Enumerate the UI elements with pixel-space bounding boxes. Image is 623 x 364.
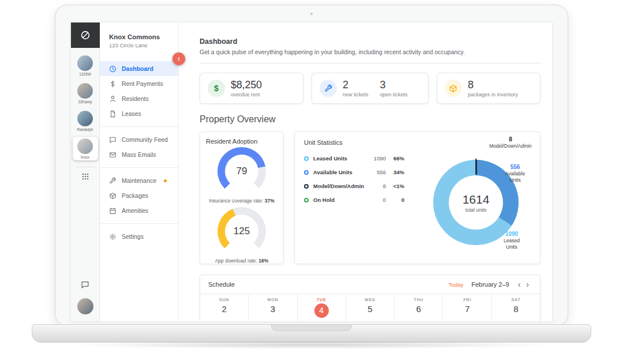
sidebar-item-rent-payments[interactable]: Rent Payments xyxy=(100,76,178,91)
schedule-day-tue-selected[interactable]: TUE 4 xyxy=(297,294,346,321)
sidebar-item-label: Packages xyxy=(122,192,148,199)
sidebar-item-label: Settings xyxy=(122,233,144,240)
chevron-left-icon: ‹ xyxy=(178,54,181,63)
app-download-gauge: 125 xyxy=(217,207,266,256)
calendar-icon xyxy=(109,207,117,215)
workspace-item-22karey[interactable]: 22Karey xyxy=(73,81,98,105)
legend-ring-icon xyxy=(304,156,309,161)
workspace-item-randolph[interactable]: Randolph xyxy=(73,109,98,133)
nav-divider xyxy=(100,126,178,127)
sidebar-item-maintenance[interactable]: Maintenance xyxy=(100,173,178,188)
page-subtitle: Get a quick pulse of everything happenin… xyxy=(200,48,541,55)
stat-entry: 2 new tickets xyxy=(343,79,369,97)
main-content: Dashboard Get a quick pulse of everythin… xyxy=(179,22,552,321)
schedule-day-wed[interactable]: WED 5 xyxy=(346,294,394,321)
callout-available-units: 556 AvailableUnits xyxy=(497,163,534,183)
legend-ring-icon xyxy=(304,170,309,175)
card-title: Resident Adoption xyxy=(206,138,277,145)
stat-card-overdue-rent[interactable]: $ $8,250 overdue rent xyxy=(200,73,303,104)
nav-divider xyxy=(100,167,178,168)
resident-adoption-card: Resident Adoption 79 Insurance coverage … xyxy=(200,132,284,264)
property-address: 123 Circle Lane xyxy=(109,42,170,48)
rail-divider xyxy=(76,167,95,167)
workspace-rail: 1325W 22Karey Randolph Knox xyxy=(71,22,100,321)
donut-center: 1614 total units xyxy=(449,175,503,230)
stat-value: 8 xyxy=(468,79,518,91)
document-icon xyxy=(109,110,117,118)
sidebar-item-community-feed[interactable]: Community Feed xyxy=(100,132,178,147)
legend-ring-icon xyxy=(304,184,309,189)
sidebar-item-label: Dashboard xyxy=(122,65,153,72)
mail-icon xyxy=(109,151,117,159)
laptop-base xyxy=(32,324,591,343)
package-circle-icon xyxy=(445,80,462,97)
property-name: Knox Commons xyxy=(109,33,170,40)
workspace-item-1325w[interactable]: 1325W xyxy=(73,54,98,77)
schedule-day-sat[interactable]: SAT 8 xyxy=(491,294,540,321)
app-window: 1325W 22Karey Randolph Knox xyxy=(71,22,552,321)
callout-leased-units: 1090 LeasedUnits xyxy=(493,230,530,250)
dollar-circle-icon: $ xyxy=(208,80,225,97)
schedule-days-row: SUN 2 MON 3 TUE 4 WED 5 xyxy=(200,294,540,321)
sidebar-item-label: Leases xyxy=(122,110,141,117)
camera-dot xyxy=(310,13,313,15)
workspace-label: Knox xyxy=(73,155,98,159)
workspace-list: 1325W 22Karey Randolph Knox xyxy=(73,54,98,160)
sidebar-item-label: Amenities xyxy=(122,207,148,214)
dollar-icon xyxy=(109,80,117,88)
sidebar-item-label: Community Feed xyxy=(122,136,168,143)
stat-card-tickets[interactable]: 2 new tickets 3 open tickets xyxy=(312,73,429,104)
chat-icon xyxy=(109,136,117,144)
workspace-item-knox[interactable]: Knox xyxy=(73,137,98,160)
sidebar-item-dashboard[interactable]: Dashboard xyxy=(100,61,178,76)
sidebar-item-label: Mass Emails xyxy=(122,151,156,158)
workspace-avatar xyxy=(77,138,93,154)
sidebar-item-label: Residents xyxy=(122,95,149,102)
stat-card-packages[interactable]: 8 packages in inventory xyxy=(437,73,541,104)
stat-label: new tickets xyxy=(343,92,369,97)
unit-statistics-card: Unit Statistics Leased Units 1090 66% Av… xyxy=(294,132,541,264)
gauge-caption: App download rate: 16% xyxy=(206,258,277,264)
package-icon xyxy=(109,192,117,200)
workspace-label: Randolph xyxy=(73,127,98,132)
property-header: Knox Commons 123 Circle Lane xyxy=(100,22,178,55)
next-week-button[interactable]: › xyxy=(523,280,532,288)
page-header: Dashboard Get a quick pulse of everythin… xyxy=(200,37,541,63)
stat-cards-row: $ $8,250 overdue rent 2 xyxy=(200,73,541,104)
brand-logo[interactable] xyxy=(71,22,100,48)
today-button[interactable]: Today xyxy=(449,282,463,288)
gauge-value: 125 xyxy=(217,207,266,256)
schedule-header: Schedule Today February 2–9 ‹ › xyxy=(200,275,540,294)
legend-row-available: Available Units 556 34% xyxy=(304,169,419,175)
workspace-label: 1325W xyxy=(73,72,98,76)
legend-ring-icon xyxy=(304,198,309,202)
stat-label: overdue rent xyxy=(231,92,262,97)
sidebar: Knox Commons 123 Circle Lane Dashboard R… xyxy=(100,22,179,321)
sidebar-item-residents[interactable]: Residents xyxy=(100,91,178,106)
schedule-day-fri[interactable]: FRI 7 xyxy=(442,294,491,321)
schedule-day-mon[interactable]: MON 3 xyxy=(248,294,297,321)
rail-bottom xyxy=(77,280,93,321)
stat-entries: 2 new tickets 3 open tickets xyxy=(343,79,408,97)
stat-entry: $8,250 overdue rent xyxy=(231,79,262,97)
page-title: Dashboard xyxy=(200,37,541,46)
user-avatar[interactable] xyxy=(77,298,93,314)
sidebar-item-leases[interactable]: Leases xyxy=(100,106,178,121)
sidebar-item-mass-emails[interactable]: Mass Emails xyxy=(100,147,178,162)
sidebar-item-settings[interactable]: Settings xyxy=(100,229,178,244)
apps-grid-icon[interactable] xyxy=(81,172,89,183)
schedule-day-sun[interactable]: SUN 2 xyxy=(200,294,248,321)
stat-value: 3 xyxy=(380,79,408,91)
workspace-avatar xyxy=(77,55,93,71)
sidebar-collapse-button[interactable]: ‹ xyxy=(172,52,185,65)
sidebar-item-label: Rent Payments xyxy=(122,80,163,87)
chat-bubble-icon[interactable] xyxy=(81,280,89,291)
sidebar-item-packages[interactable]: Packages xyxy=(100,188,178,203)
gauge-caption: Insurance coverage rate: 37% xyxy=(206,198,277,204)
sidebar-item-amenities[interactable]: Amenities xyxy=(100,203,178,218)
schedule-title: Schedule xyxy=(208,281,235,288)
prev-week-button[interactable]: ‹ xyxy=(515,280,524,288)
wrench-circle-icon xyxy=(320,80,337,97)
schedule-day-thu[interactable]: THU 6 xyxy=(394,294,442,321)
insurance-gauge: 79 xyxy=(217,147,266,196)
